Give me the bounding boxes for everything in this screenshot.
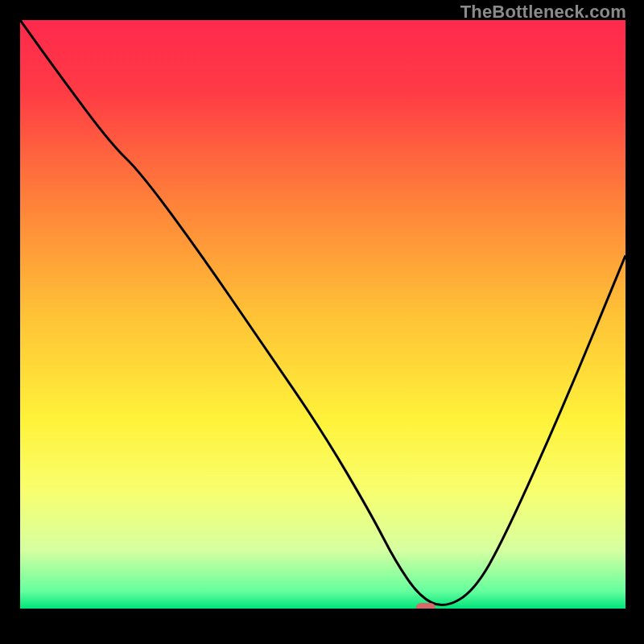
plot-area bbox=[20, 20, 625, 609]
chart-container: TheBottleneck.com bbox=[0, 0, 644, 644]
top-border bbox=[0, 0, 644, 20]
x-axis bbox=[0, 609, 644, 644]
gradient-background bbox=[20, 20, 625, 609]
right-border bbox=[625, 0, 644, 644]
chart-svg bbox=[20, 20, 625, 609]
optimum-marker bbox=[416, 603, 436, 609]
y-axis bbox=[0, 0, 20, 644]
